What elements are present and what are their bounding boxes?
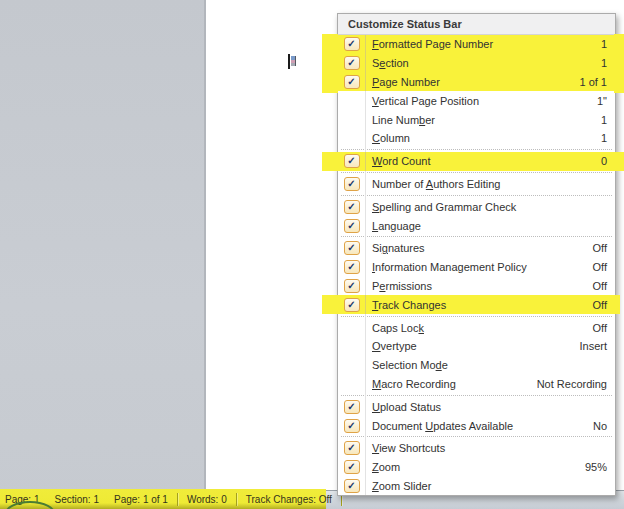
checkmark-icon: ✓ (338, 200, 365, 214)
menu-item-value: Off (593, 299, 607, 311)
menu-item-label: Spelling and Grammar Check (372, 201, 607, 213)
menu-item-label: Vertical Page Position (372, 95, 597, 107)
checkmark-icon: ✓ (338, 441, 365, 455)
menu-item-value: Not Recording (537, 378, 607, 390)
highlight-strip (614, 34, 624, 93)
status-item-section[interactable]: Section: 1 (54, 494, 98, 505)
menu-item-label: Track Changes (372, 299, 593, 311)
menu-item-label: Selection Mode (372, 359, 607, 371)
menu-item-upload-status[interactable]: ✓Upload Status (338, 397, 615, 416)
menu-item-label: Page Number (372, 76, 579, 88)
menu-item-information-management-policy[interactable]: ✓Information Management PolicyOff (338, 258, 615, 277)
menu-item-value: No (593, 420, 607, 432)
menu-item-label: Permissions (372, 280, 593, 292)
menu-item-page-number[interactable]: ✓Page Number1 of 1 (338, 73, 615, 92)
checkmark-icon: ✓ (338, 177, 365, 191)
menu-item-label: Word Count (372, 155, 601, 167)
menu-item-value: Insert (579, 340, 607, 352)
menu-item-word-count[interactable]: ✓Word Count0 (338, 152, 615, 171)
checkmark-icon: ✓ (338, 419, 365, 433)
checkmark-icon: ✓ (338, 279, 365, 293)
menu-item-value: Off (593, 242, 607, 254)
menu-item-vertical-page-position[interactable]: Vertical Page Position1" (338, 91, 615, 110)
checkmark-icon: ✓ (338, 400, 365, 414)
menu-item-formatted-page-number[interactable]: ✓Formatted Page Number1 (338, 35, 615, 54)
checkmark-icon: ✓ (338, 298, 365, 312)
menu-item-value: 95% (585, 461, 607, 473)
menu-item-value: 1 (601, 38, 607, 50)
highlight-strip (322, 152, 338, 171)
menu-item-value: 1 (601, 57, 607, 69)
menu-item-label: Zoom (372, 461, 585, 473)
menu-item-signatures[interactable]: ✓SignaturesOff (338, 239, 615, 258)
status-item-track-changes[interactable]: Track Changes: Off (246, 494, 332, 505)
menu-item-view-shortcuts[interactable]: ✓View Shortcuts (338, 439, 615, 458)
checkmark-icon: ✓ (338, 241, 365, 255)
status-separator (236, 493, 237, 506)
menu-item-overtype[interactable]: OvertypeInsert (338, 337, 615, 356)
menu-item-spelling-and-grammar-check[interactable]: ✓Spelling and Grammar Check (338, 197, 615, 216)
menu-item-caps-lock[interactable]: Caps LockOff (338, 318, 615, 337)
menu-item-value: Off (593, 280, 607, 292)
highlight-strip (322, 34, 338, 93)
menu-item-label: Formatted Page Number (372, 38, 601, 50)
menu-title: Customize Status Bar (338, 14, 615, 35)
menu-item-value: Off (593, 322, 607, 334)
menu-item-value: 0 (601, 155, 607, 167)
menu-item-selection-mode[interactable]: Selection Mode (338, 356, 615, 375)
status-item-words[interactable]: Words: 0 (187, 494, 227, 505)
menu-item-value: 1 (601, 114, 607, 126)
menu-item-track-changes[interactable]: ✓Track ChangesOff (338, 295, 615, 314)
menu-item-label: Upload Status (372, 401, 607, 413)
menu-item-label: View Shortcuts (372, 442, 607, 454)
menu-item-label: Zoom Slider (372, 480, 607, 492)
menu-item-section[interactable]: ✓Section1 (338, 54, 615, 73)
menu-item-zoom-slider[interactable]: ✓Zoom Slider (338, 477, 615, 496)
checkmark-icon: ✓ (338, 460, 365, 474)
checkmark-icon: ✓ (338, 56, 365, 70)
checkmark-icon: ✓ (338, 154, 365, 168)
status-item-page[interactable]: Page: 1 of 1 (114, 494, 168, 505)
menu-item-label: Section (372, 57, 601, 69)
menu-item-label: Signatures (372, 242, 593, 254)
menu-item-value: 1 of 1 (579, 76, 607, 88)
highlight-strip (614, 152, 624, 171)
text-cursor-icon (288, 54, 297, 69)
menu-item-value: 1 (601, 132, 607, 144)
menu-item-number-of-authors-editing[interactable]: ✓Number of Authors Editing (338, 175, 615, 194)
menu-item-label: Information Management Policy (372, 261, 593, 273)
menu-item-label: Column (372, 132, 601, 144)
menu-item-label: Number of Authors Editing (372, 178, 607, 190)
checkmark-icon: ✓ (338, 37, 365, 51)
checkmark-icon: ✓ (338, 75, 365, 89)
customize-status-bar-menu: Customize Status Bar ✓Formatted Page Num… (337, 13, 616, 496)
checkmark-icon: ✓ (338, 260, 365, 274)
menu-item-value: 1" (597, 95, 607, 107)
menu-item-document-updates-available[interactable]: ✓Document Updates AvailableNo (338, 416, 615, 435)
menu-item-zoom[interactable]: ✓Zoom95% (338, 458, 615, 477)
highlight-strip (322, 295, 338, 314)
menu-item-label: Caps Lock (372, 322, 593, 334)
menu-item-language[interactable]: ✓Language (338, 216, 615, 235)
menu-item-permissions[interactable]: ✓PermissionsOff (338, 277, 615, 296)
checkmark-icon: ✓ (338, 479, 365, 493)
checkmark-icon: ✓ (338, 219, 365, 233)
menu-item-column[interactable]: Column1 (338, 129, 615, 148)
menu-item-line-number[interactable]: Line Number1 (338, 110, 615, 129)
menu-item-macro-recording[interactable]: Macro RecordingNot Recording (338, 375, 615, 394)
highlight-strip (614, 295, 620, 314)
menu-item-label: Language (372, 220, 607, 232)
status-separator (177, 493, 178, 506)
menu-item-value: Off (593, 261, 607, 273)
menu-item-label: Overtype (372, 340, 579, 352)
menu-item-label: Line Number (372, 114, 601, 126)
menu-item-list: ✓Formatted Page Number1✓Section1✓Page Nu… (338, 35, 615, 495)
menu-item-label: Document Updates Available (372, 420, 593, 432)
menu-item-label: Macro Recording (372, 378, 537, 390)
